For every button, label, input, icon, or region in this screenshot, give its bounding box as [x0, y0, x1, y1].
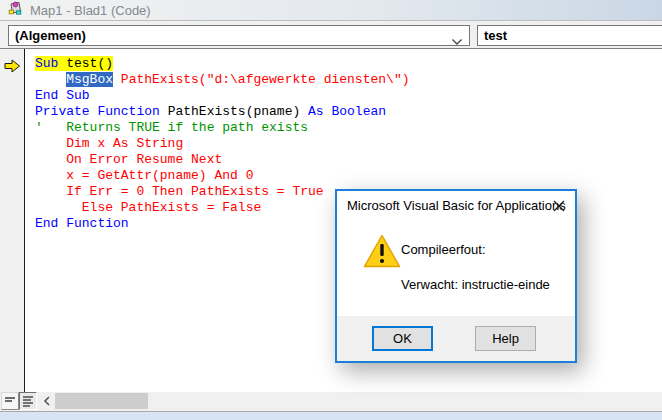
- bottom-bar: [0, 392, 662, 411]
- mdi-background-strip: [0, 411, 662, 420]
- procedure-dropdown[interactable]: test: [477, 25, 662, 46]
- code-line: Sub test(): [35, 56, 409, 72]
- code-line: End Sub: [35, 88, 409, 104]
- full-module-view-button[interactable]: [19, 392, 37, 410]
- dialog-title: Microsoft Visual Basic for Applications: [347, 198, 566, 213]
- full-module-view-icon: [22, 395, 34, 407]
- object-dropdown-value: (Algemeen): [15, 28, 86, 43]
- code-line: x = GetAttr(pname) And 0: [35, 168, 409, 184]
- close-icon[interactable]: [543, 191, 575, 220]
- margin-indicator-bar: [0, 49, 25, 392]
- dialog-titlebar[interactable]: Microsoft Visual Basic for Applications: [337, 191, 575, 220]
- code-line: Dim x As String: [35, 136, 409, 152]
- error-message-text: Verwacht: instructie-einde: [401, 277, 550, 292]
- object-dropdown[interactable]: (Algemeen): [8, 25, 470, 46]
- procedure-dropdown-value: test: [484, 28, 507, 43]
- dialog-body: Compileerfout: Verwacht: instructie-eind…: [337, 220, 575, 316]
- error-dialog: Microsoft Visual Basic for Applications …: [335, 189, 577, 363]
- chevron-down-icon: [451, 32, 463, 46]
- procedure-view-button[interactable]: [1, 392, 19, 410]
- window-titlebar[interactable]: Map1 - Blad1 (Code): [0, 0, 662, 21]
- error-type-text: Compileerfout:: [401, 242, 486, 257]
- current-statement-arrow-icon: [4, 59, 21, 77]
- scroll-left-icon[interactable]: [40, 394, 54, 408]
- horizontal-scrollbar[interactable]: [38, 392, 662, 410]
- help-button[interactable]: Help: [475, 326, 536, 351]
- code-line: On Error Resume Next: [35, 152, 409, 168]
- procedure-view-icon: [4, 395, 16, 407]
- code-line: MsgBox PathExists("d:\afgewerkte dienste…: [35, 72, 409, 88]
- vba-code-window: Map1 - Blad1 (Code) (Algemeen) test Sub …: [0, 0, 662, 420]
- ok-button[interactable]: OK: [372, 326, 433, 351]
- dialog-footer: OK Help: [337, 316, 575, 361]
- code-line: Private Function PathExists(pname) As Bo…: [35, 104, 409, 120]
- code-line: ' Returns TRUE if the path exists: [35, 120, 409, 136]
- workbook-code-icon: [7, 0, 23, 20]
- window-title: Map1 - Blad1 (Code): [30, 3, 151, 18]
- scrollbar-thumb[interactable]: [55, 393, 148, 409]
- combo-row: (Algemeen) test: [0, 21, 662, 49]
- warning-icon: [363, 234, 401, 272]
